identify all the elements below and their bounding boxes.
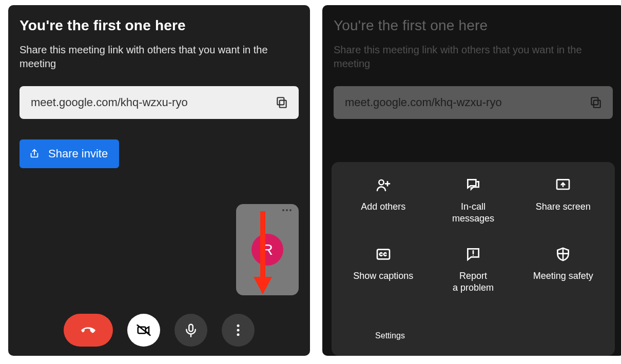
share-invite-label: Share invite [48, 147, 108, 160]
svg-rect-11 [594, 100, 600, 108]
option-settings[interactable]: Settings [364, 315, 416, 340]
option-in-call-messages[interactable]: In-call messages [431, 176, 515, 224]
option-show-captions[interactable]: Show captions [341, 246, 425, 293]
option-label: Share screen [536, 201, 591, 213]
svg-point-9 [237, 329, 240, 332]
option-meeting-safety[interactable]: Meeting safety [521, 246, 606, 293]
share-icon [29, 148, 40, 159]
svg-point-10 [237, 333, 240, 336]
option-report-problem[interactable]: Report a problem [431, 246, 515, 293]
add-person-icon [375, 176, 392, 194]
svg-point-8 [237, 325, 240, 327]
chat-icon [464, 176, 482, 194]
more-options-button[interactable] [222, 314, 255, 347]
page-subtitle: Share this meeting link with others that… [20, 43, 299, 71]
feedback-icon [464, 246, 482, 263]
option-label: Report a problem [453, 270, 494, 293]
end-call-button[interactable] [64, 314, 113, 347]
svg-point-13 [379, 180, 383, 185]
captions-icon [375, 246, 392, 263]
microphone-button[interactable] [174, 314, 207, 347]
copy-icon [589, 96, 603, 109]
option-add-others[interactable]: Add others [341, 176, 425, 224]
svg-rect-6 [189, 325, 193, 332]
pip-more-icon[interactable] [282, 209, 292, 211]
svg-rect-12 [591, 97, 598, 105]
options-sheet: Add others In-call messages [332, 162, 615, 356]
option-label: Settings [375, 331, 405, 340]
share-invite-button[interactable]: Share invite [20, 139, 119, 168]
meeting-link-text: meet.google.com/khq-wzxu-ryo [345, 96, 502, 109]
option-label: In-call messages [452, 201, 494, 224]
shield-icon [554, 246, 572, 263]
copy-icon[interactable] [275, 96, 288, 109]
page-title: You're the first one here [334, 17, 613, 34]
panel-call-main: You're the first one here Share this mee… [8, 5, 310, 356]
self-view-pip[interactable]: R [236, 204, 299, 295]
svg-rect-0 [280, 100, 286, 108]
page-title: You're the first one here [20, 17, 299, 34]
meeting-link-text: meet.google.com/khq-wzxu-ryo [31, 96, 188, 109]
option-label: Add others [361, 201, 405, 213]
meeting-link-box: meet.google.com/khq-wzxu-ryo [334, 86, 613, 119]
call-toolbar [8, 314, 310, 347]
page-subtitle: Share this meeting link with others that… [334, 43, 613, 71]
svg-point-19 [473, 255, 474, 256]
camera-off-button[interactable] [127, 314, 160, 347]
option-label: Show captions [353, 270, 413, 282]
panel-options-sheet: You're the first one here Share this mee… [322, 5, 621, 356]
avatar: R [251, 234, 283, 266]
option-label: Meeting safety [533, 270, 593, 282]
svg-rect-1 [277, 97, 284, 105]
meeting-link-box[interactable]: meet.google.com/khq-wzxu-ryo [20, 86, 299, 119]
option-share-screen[interactable]: Share screen [521, 176, 606, 224]
present-icon [554, 176, 572, 194]
